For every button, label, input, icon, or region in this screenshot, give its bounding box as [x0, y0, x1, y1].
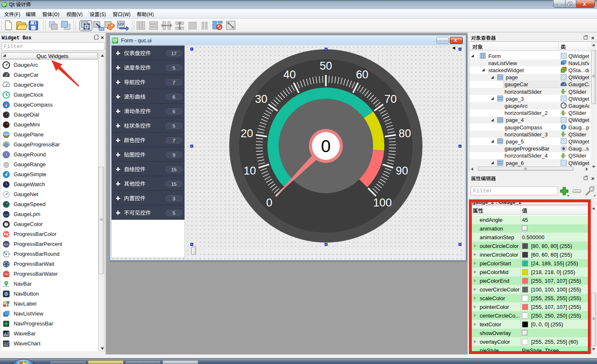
svg-text:60: 60 [356, 68, 369, 81]
svg-text:40: 40 [283, 68, 296, 81]
svg-text:80: 80 [399, 127, 411, 140]
svg-text:30: 30 [255, 93, 267, 105]
svg-text:50: 50 [320, 60, 332, 72]
svg-text:2.27: 2.27 [4, 214, 9, 216]
svg-text:0: 0 [321, 136, 330, 156]
svg-text:90: 90 [396, 165, 408, 177]
svg-text:10: 10 [243, 165, 256, 177]
svg-text:74%: 74% [4, 273, 8, 276]
svg-text:70: 70 [384, 93, 397, 105]
svg-text:123: 123 [117, 22, 124, 26]
svg-text:50%: 50% [4, 243, 9, 246]
svg-text:100: 100 [373, 197, 392, 209]
svg-text:20: 20 [240, 127, 253, 140]
svg-text:0: 0 [266, 197, 272, 209]
